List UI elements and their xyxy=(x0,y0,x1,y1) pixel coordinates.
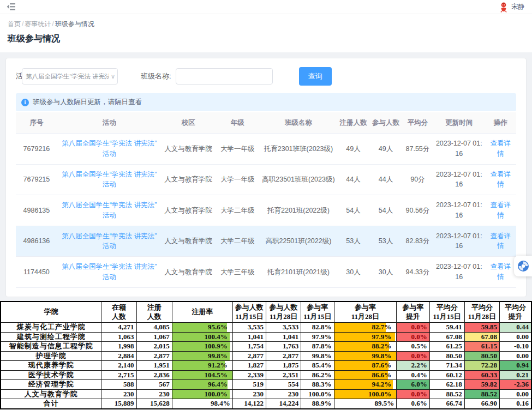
avg-lift-cell: 0.00 xyxy=(500,332,531,342)
reg-rate-cell: 95.6% xyxy=(172,323,232,333)
registered-cell: 44人 xyxy=(337,164,369,195)
part-1115-cell: 14,122 xyxy=(232,399,266,409)
college-name-cell: 建筑与测绘工程学院 xyxy=(1,332,101,342)
view-detail-link: 查看详情 xyxy=(485,195,517,226)
class-name-cell: 高职22501班(2022级) xyxy=(260,226,337,257)
participated-cell: 44人 xyxy=(369,164,402,195)
avg-1115-cell: 66.74 xyxy=(429,399,464,409)
rate-1115-cell: 87.8% xyxy=(301,342,334,352)
reg-rate-cell: 99.8% xyxy=(172,351,232,361)
part-1115-cell: 3,535 xyxy=(232,323,266,333)
info-icon: i xyxy=(21,99,29,106)
bar-value: 86.6% xyxy=(337,371,394,380)
bar-value: 91.2% xyxy=(175,361,230,370)
activity-link[interactable]: 第八届全国学生“学宪法 讲宪法”活动 xyxy=(62,263,157,281)
avg-1128-cell: 60.33 xyxy=(464,370,499,380)
enrolled-cell: 2,140 xyxy=(101,361,136,371)
view-detail-link[interactable]: 查看详情 xyxy=(491,140,511,158)
avg-score-cell: 82.83分 xyxy=(402,226,433,257)
participated-cell: 49人 xyxy=(369,134,402,165)
avg-lift-cell: 0.16 xyxy=(500,399,531,409)
breadcrumb-separator: / xyxy=(52,20,53,28)
rate-lift-cell: 2.2% xyxy=(397,361,429,371)
participated-cell: 53人 xyxy=(369,226,402,257)
user-menu[interactable]: 宋静 xyxy=(499,2,524,13)
chevron-down-icon: ∨ xyxy=(111,73,115,80)
part-1128-cell: 2,877 xyxy=(266,351,301,361)
rate-lift-cell: 0.0% xyxy=(397,332,429,342)
rate-1115-cell: 100.0% xyxy=(301,389,334,399)
college-name-cell: 合计 xyxy=(1,399,101,409)
avg-1115-cell: 60.12 xyxy=(429,370,464,380)
search-form: 活 第八届全国学生“学宪法 讲宪法”活动 ∨ 班级名称: 查询 xyxy=(16,67,516,86)
rate-1128-cell: 97.9% xyxy=(334,332,397,342)
summary-header-row: 学院在籍人数注册人数注册率参与人数11月15日参与人数11月28日参与率11月1… xyxy=(1,302,531,323)
view-detail-link[interactable]: 查看详情 xyxy=(491,232,511,250)
activity-link[interactable]: 第八届全国学生“学宪法 讲宪法”活动 xyxy=(62,140,157,158)
column-header: 校区 xyxy=(162,112,215,134)
campus-cell: 人文与教育学院 xyxy=(162,257,215,288)
summary-column-header: 平均分11月15日 xyxy=(429,302,464,323)
rate-lift-cell: 0.4% xyxy=(397,370,429,380)
view-detail-link[interactable]: 查看详情 xyxy=(491,171,511,189)
rate-1128-cell: 86.6% xyxy=(334,370,397,380)
grade-cell: 大学二年级 xyxy=(215,195,260,226)
reg-rate-cell: 98.4% xyxy=(172,399,232,409)
college-summary-table: 学院在籍人数注册人数注册率参与人数11月15日参与人数11月28日参与率11月1… xyxy=(0,301,532,409)
bar-value: 82.7% xyxy=(337,323,394,332)
query-button[interactable]: 查询 xyxy=(299,67,332,86)
summary-column-header: 参与人数11月28日 xyxy=(266,302,301,323)
avg-1128-cell: 67.08 xyxy=(464,332,499,342)
rate-1115-cell: 99.8% xyxy=(301,351,334,361)
part-1128-cell: 3,533 xyxy=(266,323,301,333)
view-detail-link: 查看详情 xyxy=(485,134,517,165)
class-name-input[interactable] xyxy=(176,68,273,85)
summary-column-header: 平均分11月28日 xyxy=(464,302,499,323)
activity-link: 第八届全国学生“学宪法 讲宪法”活动 xyxy=(57,195,162,226)
table-row: 1174450第八届全国学生“学宪法 讲宪法”活动人文与教育学院大学三年级托育2… xyxy=(16,257,516,288)
serial-cell: 7679215 xyxy=(16,164,57,195)
reg-rate-cell: 100.0% xyxy=(172,389,232,399)
rate-1128-cell: 89.5% xyxy=(334,399,397,409)
avg-lift-cell: 0.21 xyxy=(500,370,531,380)
summary-row: 现代康养学院2,1401,95191.2%1,8271,87585.4%87.6… xyxy=(1,361,531,371)
breadcrumb-item[interactable]: 首页 xyxy=(8,20,21,28)
activity-select[interactable]: 第八届全国学生“学宪法 讲宪法”活动 ∨ xyxy=(22,68,118,85)
breadcrumb-item: 班级参与情况 xyxy=(55,20,94,28)
class-name-cell: 托育2301班班(2023级) xyxy=(260,134,337,165)
part-1128-cell: 1,041 xyxy=(266,332,301,342)
part-1128-cell: 554 xyxy=(266,380,301,390)
view-detail-link[interactable]: 查看详情 xyxy=(491,201,511,219)
rate-lift-cell: 0.6% xyxy=(397,399,429,409)
grade-cell: 大学一年级 xyxy=(215,164,260,195)
activity-link[interactable]: 第八届全国学生“学宪法 讲宪法”活动 xyxy=(62,171,157,189)
breadcrumb-item[interactable]: 赛事统计 xyxy=(25,20,51,28)
summary-row: 经济管理学院58856796.4%51955488.3%94.2%6.0%62.… xyxy=(1,380,531,390)
view-detail-link[interactable]: 查看详情 xyxy=(491,263,511,281)
part-1128-cell: 14,224 xyxy=(266,399,301,409)
summary-column-header: 参与人数11月15日 xyxy=(232,302,266,323)
rate-1128-cell: 100.0% xyxy=(334,389,397,399)
part-1115-cell: 1,754 xyxy=(232,342,266,352)
activity-link: 第八届全国学生“学宪法 讲宪法”活动 xyxy=(57,134,162,165)
enrolled-cell: 588 xyxy=(101,380,136,390)
floating-helper-button[interactable] xyxy=(514,256,532,276)
rate-1128-cell: 88.2% xyxy=(334,342,397,352)
activity-link[interactable]: 第八届全国学生“学宪法 讲宪法”活动 xyxy=(62,201,157,219)
sidebar-collapse-icon[interactable] xyxy=(7,2,16,12)
avg-score-cell: 90.56分 xyxy=(402,195,433,226)
rate-1115-cell: 86.2% xyxy=(301,370,334,380)
class-name-cell: 高职23501班班(2023级) xyxy=(260,164,337,195)
rate-lift-cell: 0.0% xyxy=(397,323,429,333)
summary-column-header: 参与率11月15日 xyxy=(301,302,334,323)
update-time-cell: 2023-12-07 01:16 xyxy=(433,195,485,226)
update-time-cell: 2023-12-07 01:16 xyxy=(433,134,485,165)
part-1128-cell: 2,351 xyxy=(266,370,301,380)
column-header: 注册人数 xyxy=(337,112,369,134)
summary-row: 智能制造与信息工程学院1,9982,015100.9%1,7541,76387.… xyxy=(1,342,531,352)
activity-link[interactable]: 第八届全国学生“学宪法 讲宪法”活动 xyxy=(62,232,157,250)
registered-cell: 15,628 xyxy=(136,399,172,409)
part-1115-cell: 2,339 xyxy=(232,370,266,380)
class-name-label: 班级名称: xyxy=(141,71,171,81)
view-detail-link: 查看详情 xyxy=(485,257,517,288)
